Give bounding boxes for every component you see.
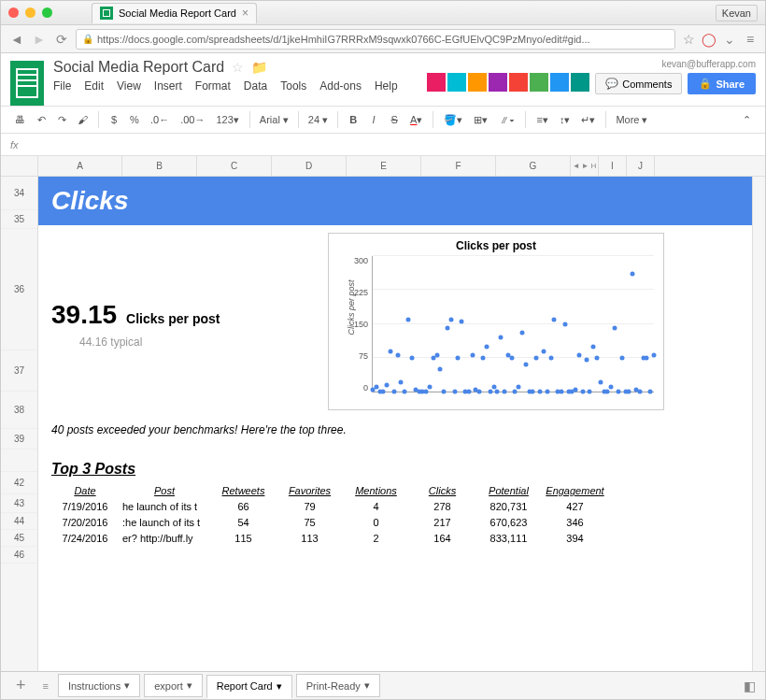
menu-view[interactable]: View <box>117 79 141 93</box>
percent-button[interactable]: % <box>125 111 144 128</box>
chart-point <box>409 355 414 360</box>
row-header[interactable]: 38 <box>1 392 37 429</box>
comments-button[interactable]: 💬Comments <box>595 73 682 94</box>
italic-button[interactable]: I <box>364 111 383 128</box>
font-size-select[interactable]: 24▾ <box>305 112 332 128</box>
collab-icon[interactable] <box>550 73 569 92</box>
decrease-decimal-button[interactable]: .0← <box>146 111 174 128</box>
pocket-icon[interactable]: ⌄ <box>722 32 737 47</box>
row-header[interactable]: 34 <box>1 177 37 210</box>
collapse-toolbar-icon[interactable]: ⌃ <box>737 111 756 129</box>
column-header[interactable]: C <box>197 156 272 176</box>
add-sheet-button[interactable]: + <box>8 676 34 695</box>
font-select[interactable]: Arial▾ <box>256 112 292 128</box>
vertical-scrollbar[interactable] <box>752 177 765 671</box>
column-header[interactable]: J <box>627 156 655 176</box>
collab-icon[interactable] <box>427 73 446 92</box>
bold-button[interactable]: B <box>344 111 362 128</box>
column-header[interactable]: E <box>347 156 421 176</box>
sheet-tab-instructions[interactable]: Instructions▾ <box>58 674 140 697</box>
explore-button[interactable]: ◧ <box>741 678 758 694</box>
forward-button[interactable]: ► <box>31 31 48 48</box>
column-header[interactable]: G <box>496 156 571 176</box>
column-header[interactable]: ◄►H <box>571 156 599 176</box>
menu-data[interactable]: Data <box>244 79 267 93</box>
align-button[interactable]: ≡▾ <box>532 111 552 129</box>
star-icon[interactable]: ☆ <box>681 32 696 47</box>
more-button[interactable]: More▾ <box>612 112 651 128</box>
row-header[interactable]: 45 <box>1 530 37 547</box>
paint-format-button[interactable]: 🖌 <box>73 111 92 128</box>
table-row[interactable]: 7/20/2016:he launch of its t54750217670,… <box>51 515 752 531</box>
maximize-window-icon[interactable] <box>42 7 52 18</box>
row-header[interactable] <box>1 450 37 472</box>
increase-decimal-button[interactable]: .00→ <box>176 111 209 128</box>
menu-addons[interactable]: Add-ons <box>319 79 362 93</box>
column-header[interactable]: D <box>272 156 347 176</box>
table-row[interactable]: 7/24/2016er? http://buff.ly1151132164833… <box>51 531 752 547</box>
column-header[interactable]: B <box>122 156 197 176</box>
collab-icon[interactable] <box>489 73 507 92</box>
user-email[interactable]: kevan@bufferapp.com <box>661 59 756 69</box>
valign-button[interactable]: ↕▾ <box>555 111 575 129</box>
collab-icon[interactable] <box>447 73 466 92</box>
browser-profile-button[interactable]: Kevan <box>716 5 758 21</box>
sheet-tab-print-ready[interactable]: Print-Ready▾ <box>296 674 380 697</box>
column-header[interactable]: F <box>421 156 496 176</box>
menu-tools[interactable]: Tools <box>280 79 306 93</box>
undo-button[interactable]: ↶ <box>32 111 50 129</box>
address-bar[interactable]: 🔒 https://docs.google.com/spreadsheets/d… <box>76 29 675 50</box>
sheet-tab-report-card[interactable]: Report Card▾ <box>206 675 292 699</box>
sheets-logo-icon[interactable] <box>10 61 44 106</box>
row-header[interactable]: 46 <box>1 547 37 564</box>
share-button[interactable]: 🔒Share <box>688 73 756 94</box>
borders-button[interactable]: ⊞▾ <box>469 111 492 129</box>
star-document-icon[interactable]: ☆ <box>232 60 244 75</box>
currency-button[interactable]: $ <box>105 111 123 128</box>
merge-button[interactable]: ⫽▾ <box>494 111 519 128</box>
column-header[interactable]: A <box>38 156 122 176</box>
formula-bar[interactable]: fx <box>1 134 765 156</box>
column-header[interactable]: I <box>599 156 627 176</box>
reload-button[interactable]: ⟳ <box>53 31 70 48</box>
row-header[interactable]: 39 <box>1 429 37 450</box>
menu-file[interactable]: File <box>53 79 71 93</box>
document-title[interactable]: Social Media Report Card <box>53 59 224 76</box>
extension-icon[interactable]: ◯ <box>702 32 716 47</box>
row-header[interactable]: 43 <box>1 494 37 513</box>
text-color-button[interactable]: A▾ <box>405 111 427 129</box>
menu-edit[interactable]: Edit <box>84 79 104 93</box>
collab-icon[interactable] <box>468 73 487 92</box>
collab-icon[interactable] <box>530 73 548 92</box>
browser-tab[interactable]: Social Media Report Card × <box>92 3 257 23</box>
menu-icon[interactable]: ≡ <box>743 32 758 47</box>
move-folder-icon[interactable]: 📁 <box>251 60 267 75</box>
row-header[interactable]: 44 <box>1 513 37 530</box>
redo-button[interactable]: ↷ <box>52 111 71 129</box>
close-window-icon[interactable] <box>8 7 19 18</box>
print-button[interactable]: 🖶 <box>10 111 30 128</box>
collab-icon[interactable] <box>509 73 528 92</box>
collab-icon[interactable] <box>571 73 589 92</box>
row-header[interactable]: 42 <box>1 472 37 494</box>
select-all-corner[interactable] <box>1 156 38 177</box>
row-header[interactable]: 36 <box>1 229 37 350</box>
strike-button[interactable]: S <box>385 111 404 128</box>
chart-clicks-per-post[interactable]: Clicks per post Clicks per post 30022515… <box>328 233 664 410</box>
cell-grid[interactable]: Clicks 39.15 Clicks per post 44.16 typic… <box>38 177 765 671</box>
menu-insert[interactable]: Insert <box>154 79 182 93</box>
table-row[interactable]: 7/19/2016he launch of its t66794278820,7… <box>51 499 752 515</box>
row-header[interactable]: 35 <box>1 210 37 229</box>
more-formats-button[interactable]: 123▾ <box>211 111 243 129</box>
close-tab-icon[interactable]: × <box>242 7 248 20</box>
sheet-tab-export[interactable]: export▾ <box>144 674 203 697</box>
all-sheets-button[interactable]: ≡ <box>37 680 54 692</box>
chart-point <box>477 390 482 394</box>
back-button[interactable]: ◄ <box>8 31 25 48</box>
fill-color-button[interactable]: 🪣▾ <box>439 111 467 129</box>
menu-format[interactable]: Format <box>195 79 231 93</box>
minimize-window-icon[interactable] <box>25 7 35 18</box>
wrap-button[interactable]: ↵▾ <box>576 111 600 129</box>
row-header[interactable]: 37 <box>1 350 37 392</box>
menu-help[interactable]: Help <box>375 79 398 93</box>
